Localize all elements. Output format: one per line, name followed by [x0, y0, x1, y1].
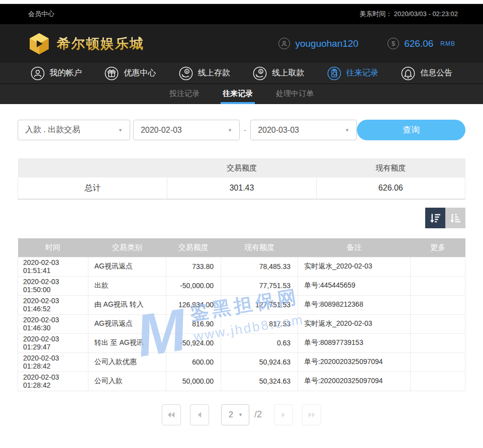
table-row: 2020-02-03 01:28:42 公司入款 50,000.00 50,32…: [18, 372, 465, 391]
cell-transaction-amount: 816.90: [166, 314, 221, 333]
browser-edge-strip: [0, 0, 483, 4]
currency-label: RMB: [440, 40, 455, 47]
transaction-type-select[interactable]: 入款 . 出款交易 ▼: [18, 120, 130, 140]
content-area: 入款 . 出款交易 ▼ 2020-02-03 ▼ - 2020-03-03 ▼ …: [0, 104, 483, 425]
gold-cube-logo-icon: [28, 32, 51, 55]
chevron-down-icon: ▼: [233, 412, 243, 417]
cell-transaction-amount: 126,934.00: [166, 295, 221, 314]
tab-bet-records[interactable]: 投注记录: [169, 84, 200, 104]
cell-time: 2020-02-03 01:28:42: [18, 372, 88, 391]
user-icon: [278, 38, 290, 49]
cell-transaction-amount: -50,000.00: [166, 276, 221, 295]
summary-header-current: 现有额度: [316, 158, 465, 177]
first-page-button[interactable]: [162, 404, 181, 425]
table-header-row: 时间 交易类别 交易额度 现有额度 备注 更多: [18, 238, 465, 257]
transaction-table-body: 2020-02-03 01:51:41 AG视讯返点 733.80 78,485…: [18, 257, 465, 391]
filter-bar: 入款 . 出款交易 ▼ 2020-02-03 ▼ - 2020-03-03 ▼ …: [18, 120, 465, 140]
date-to-value: 2020-03-03: [258, 126, 299, 135]
cell-more: [411, 257, 465, 276]
table-row: 2020-02-03 01:50:00 出款 -50,000.00 77,751…: [18, 276, 465, 295]
col-type: 交易类别: [88, 238, 166, 257]
username: youguohan120: [295, 38, 358, 49]
summary-current-total: 626.06: [316, 177, 465, 199]
nav-item-withdraw[interactable]: $ 线上取款: [253, 66, 304, 80]
col-transaction-amount: 交易额度: [166, 238, 221, 257]
search-button[interactable]: 查询: [357, 120, 465, 140]
pagination: 2 ▼ /2: [18, 404, 465, 425]
nav-label: 往来记录: [346, 68, 378, 78]
cell-transaction-amount: 50,000.00: [166, 372, 221, 391]
balance-chip[interactable]: $ 626.06 RMB: [388, 38, 455, 49]
nav-item-promotions[interactable]: 优惠中心: [105, 66, 156, 80]
cell-type: 转出 至 AG视讯: [88, 333, 166, 352]
nav-label: 线上存款: [198, 68, 230, 78]
nav-item-announcements[interactable]: 信息公告: [401, 66, 452, 80]
cell-type: 由 AG视讯 转入: [88, 295, 166, 314]
cell-type: 公司入款优惠: [88, 352, 166, 372]
arrow-left-icon: [194, 409, 205, 420]
transaction-table: 时间 交易类别 交易额度 现有额度 备注 更多 2020-02-03 01:51…: [18, 238, 465, 391]
cell-remark: 单号:80898212368: [298, 295, 411, 314]
user-chip[interactable]: youguohan120: [278, 38, 358, 49]
summary-total-label: 总计: [18, 177, 167, 199]
date-from-select[interactable]: 2020-02-03 ▼: [133, 120, 240, 140]
nav-item-deposit[interactable]: ¥ 线上存款: [179, 66, 230, 80]
nav-item-records[interactable]: 往来记录: [327, 66, 378, 80]
cell-transaction-amount: 600.00: [166, 352, 221, 372]
deposit-hand-coin-icon: ¥: [179, 66, 193, 80]
cell-more: [411, 295, 465, 314]
previous-page-button[interactable]: [190, 404, 209, 425]
nav-label: 信息公告: [420, 68, 452, 78]
cell-time: 2020-02-03 01:51:41: [18, 257, 88, 276]
summary-total-row: 总计 301.43 626.06: [18, 177, 465, 199]
next-page-button[interactable]: [274, 404, 293, 425]
chevron-down-icon: ▼: [113, 128, 123, 133]
withdraw-hand-dollar-icon: $: [253, 66, 267, 80]
sort-descending-icon: [428, 211, 442, 225]
cell-current-amount: 78,485.33: [221, 257, 298, 276]
table-row: 2020-02-03 01:29:47 转出 至 AG视讯 -50,924.00…: [18, 333, 465, 352]
sort-descending-button[interactable]: [425, 208, 445, 228]
summary-transaction-total: 301.43: [167, 177, 316, 199]
main-nav: 我的帐户 优惠中心 ¥ 线上存款 $ 线上取款 往来记录: [0, 63, 483, 84]
cell-current-amount: 0.63: [221, 333, 298, 352]
cell-more: [411, 352, 465, 372]
cell-time: 2020-02-03 01:46:52: [18, 295, 88, 314]
cell-type: 出款: [88, 276, 166, 295]
nav-label: 优惠中心: [124, 68, 156, 78]
gift-icon: [105, 66, 119, 80]
cell-remark: 单号:445445659: [298, 276, 411, 295]
table-row: 2020-02-03 01:28:42 公司入款优惠 600.00 50,924…: [18, 352, 465, 372]
cell-time: 2020-02-03 01:29:47: [18, 333, 88, 352]
nav-label: 线上取款: [272, 68, 304, 78]
nav-item-my-account[interactable]: 我的帐户: [31, 66, 82, 80]
brand-logo[interactable]: 希尔顿娱乐城: [28, 32, 144, 55]
last-page-button[interactable]: [302, 404, 321, 425]
cell-time: 2020-02-03 01:46:30: [18, 314, 88, 333]
cell-transaction-amount: -50,924.00: [166, 333, 221, 352]
cell-remark: 单号:2020020325097094: [298, 352, 411, 372]
cell-type: AG视讯返点: [88, 314, 166, 333]
chevron-down-icon: ▼: [340, 128, 349, 133]
dollar-icon: $: [388, 38, 399, 49]
col-remark: 备注: [298, 238, 411, 257]
sort-ascending-button[interactable]: [445, 208, 465, 228]
cell-remark: 单号:2020020325097094: [298, 372, 411, 391]
cell-time: 2020-02-03 01:50:00: [18, 276, 88, 295]
tab-pending-orders[interactable]: 处理中订单: [276, 84, 314, 104]
summary-header-empty: [18, 158, 167, 177]
topbar: 会员中心 美东时间： 2020/03/03 - 02:23:02: [0, 4, 483, 24]
transaction-type-value: 入款 . 出款交易: [25, 125, 80, 135]
cell-remark: 实时返水_2020-02-03: [298, 314, 411, 333]
col-current-amount: 现有额度: [221, 238, 298, 257]
site-header: 希尔顿娱乐城 youguohan120 $ 626.06 RMB: [0, 24, 483, 63]
cell-more: [411, 372, 465, 391]
page-select[interactable]: 2 ▼: [221, 404, 249, 425]
chevron-down-icon: ▼: [223, 128, 232, 133]
cell-remark: 实时返水_2020-02-03: [298, 257, 411, 276]
tab-transaction-records[interactable]: 往来记录: [223, 84, 253, 104]
server-time: 美东时间： 2020/03/03 - 02:23:02: [359, 10, 458, 19]
date-to-select[interactable]: 2020-03-03 ▼: [250, 120, 357, 140]
records-clipboard-icon: [327, 66, 341, 80]
brand-name: 希尔顿娱乐城: [57, 35, 144, 53]
